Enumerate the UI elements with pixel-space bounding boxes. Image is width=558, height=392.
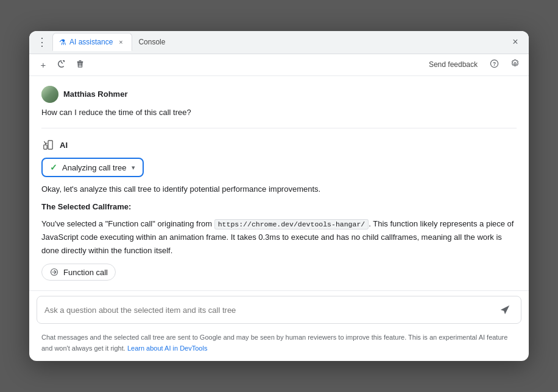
user-message: Matthias Rohmer How can I reduce the tim… <box>41 86 517 119</box>
gear-icon <box>510 59 520 70</box>
check-icon: ✓ <box>50 163 57 172</box>
svg-rect-7 <box>48 141 52 149</box>
avatar <box>41 86 58 103</box>
svg-rect-0 <box>78 63 79 66</box>
ai-body-text: You've selected a "Function call" origin… <box>41 217 517 257</box>
analyzing-pill[interactable]: ✓ Analyzing call tree ▾ <box>41 158 144 177</box>
settings-button[interactable] <box>507 57 523 72</box>
input-area <box>29 290 529 329</box>
message-divider <box>41 128 517 128</box>
ai-intro: Okay, let's analyze this call tree to id… <box>41 183 517 196</box>
send-feedback-button[interactable]: Send feedback <box>425 58 481 71</box>
trash-icon <box>76 59 85 70</box>
ai-message: AI ✓ Analyzing call tree ▾ Okay, let's a… <box>41 138 517 281</box>
ai-header: AI <box>41 138 517 152</box>
footer-text: Chat messages and the selected call tree… <box>41 334 507 352</box>
chevron-down-icon: ▾ <box>132 164 135 172</box>
function-call-text: Function call <box>63 268 108 277</box>
function-call-pill[interactable]: Function call <box>41 264 116 281</box>
tab-bar: ⋮ ⚗ AI assistance × Console × <box>29 31 529 54</box>
tab-ai-assistance[interactable]: ⚗ AI assistance × <box>52 33 132 51</box>
toolbar: + <box>29 54 529 76</box>
devtools-window: ⋮ ⚗ AI assistance × Console × + <box>29 31 529 362</box>
panel-menu-icon[interactable]: ⋮ <box>34 35 50 49</box>
help-button[interactable]: ? <box>486 57 502 72</box>
function-call-icon <box>49 267 59 277</box>
chat-input[interactable] <box>44 306 492 315</box>
history-icon <box>57 59 66 71</box>
trash-button[interactable] <box>72 57 88 72</box>
history-button[interactable] <box>54 57 69 72</box>
analyzing-text: Analyzing call tree <box>62 163 127 172</box>
ai-section-title: The Selected Callframe: <box>41 202 517 211</box>
add-button[interactable]: + <box>35 57 51 72</box>
footer-link[interactable]: Learn about AI in DevTools <box>127 345 207 352</box>
tab-ai-assistance-label: AI assistance <box>69 38 113 46</box>
ai-assistance-tab-icon: ⚗ <box>59 38 66 47</box>
tab-console[interactable]: Console <box>132 34 171 50</box>
ai-label: AI <box>60 141 68 150</box>
input-row <box>37 296 521 324</box>
username: Matthias Rohmer <box>63 89 127 99</box>
user-header: Matthias Rohmer <box>41 86 517 103</box>
toolbar-right: Send feedback ? <box>425 57 523 72</box>
svg-rect-1 <box>79 63 80 66</box>
tab-console-label: Console <box>138 38 165 46</box>
svg-rect-6 <box>44 145 47 149</box>
user-message-text: How can I reduce the time of this call t… <box>41 107 517 119</box>
svg-rect-2 <box>80 63 81 66</box>
ai-content: Okay, let's analyze this call tree to id… <box>41 183 517 281</box>
window-close-button[interactable]: × <box>507 33 524 51</box>
svg-text:?: ? <box>492 61 495 67</box>
inline-code: https://chrome.dev/devtools-hangar/ <box>214 219 369 229</box>
footer: Chat messages and the selected call tree… <box>29 329 529 361</box>
add-icon: + <box>41 60 46 70</box>
help-icon: ? <box>490 59 499 70</box>
ai-body-part1: You've selected a "Function call" origin… <box>41 219 214 228</box>
tab-ai-assistance-close[interactable]: × <box>116 37 125 47</box>
chat-area: Matthias Rohmer How can I reduce the tim… <box>29 76 529 291</box>
send-button[interactable] <box>496 301 514 318</box>
ai-icon <box>41 138 55 152</box>
